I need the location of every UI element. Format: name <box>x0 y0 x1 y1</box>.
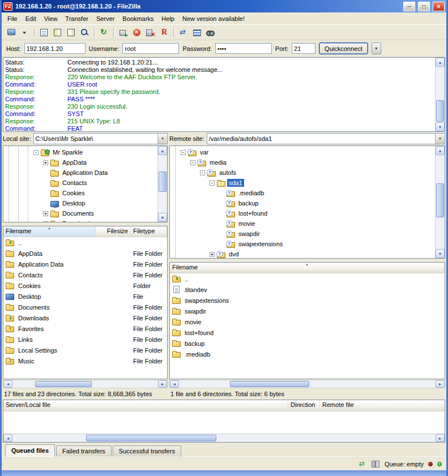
column-header-remote-file[interactable]: Remote file <box>320 400 445 411</box>
scrollbar-thumb[interactable] <box>159 171 167 192</box>
file-row[interactable]: swapextensions <box>170 295 445 306</box>
reconnect-button[interactable] <box>157 26 170 39</box>
site-manager-button[interactable] <box>5 26 18 39</box>
column-header-filesize[interactable]: Filesize <box>96 226 131 237</box>
refresh-button[interactable] <box>97 26 110 39</box>
directory-comparison-icon[interactable] <box>370 459 380 469</box>
speed-limits-icon[interactable] <box>359 459 368 469</box>
file-row[interactable]: .. <box>170 273 445 284</box>
maximize-button[interactable]: □ <box>418 2 430 11</box>
file-row[interactable]: ContactsFile Folder <box>3 269 167 280</box>
menu-item-bookmarks[interactable]: Bookmarks <box>118 14 157 24</box>
menu-item-transfer[interactable]: Transfer <box>61 14 92 24</box>
tree-item[interactable]: swapextensions <box>170 239 445 249</box>
scroll-up-icon[interactable]: ▲ <box>158 146 167 155</box>
port-input[interactable] <box>292 43 315 54</box>
local-tree-scrollbar[interactable]: ▲ ▼ <box>157 146 167 222</box>
tab-queued-files[interactable]: Queued files <box>5 444 55 457</box>
tree-expander-icon[interactable]: - <box>200 170 205 175</box>
sync-browsing-button[interactable] <box>190 26 203 39</box>
queue-horizontal-scrollbar[interactable]: ◄ ► <box>3 434 445 442</box>
quickconnect-dropdown-button[interactable]: ▼ <box>372 42 381 54</box>
tree-expander-icon[interactable]: - <box>33 150 39 155</box>
menu-item-view[interactable]: View <box>40 14 62 24</box>
menu-item-help[interactable]: Help <box>157 14 178 24</box>
local-site-combo[interactable]: C:\Users\Mr Sparkle\ ▼ <box>33 133 168 144</box>
file-row[interactable]: Application DataFile Folder <box>3 259 167 269</box>
toggle-queue-button[interactable] <box>78 26 91 39</box>
scroll-down-icon[interactable]: ▼ <box>436 122 445 131</box>
scrollbar-thumb[interactable] <box>86 435 216 441</box>
menu-item-edit[interactable]: Edit <box>22 14 40 24</box>
process-queue-button[interactable] <box>117 26 130 39</box>
scrollbar-track[interactable] <box>12 380 158 388</box>
username-input[interactable] <box>122 43 179 54</box>
log-scrollbar[interactable]: ▲ ▼ <box>435 58 445 131</box>
disconnect-button[interactable] <box>144 26 157 39</box>
title-bar[interactable]: FZ 192.168.1.20 - root@192.168.1.20 - Fi… <box>2 0 446 12</box>
toggle-message-log-button[interactable] <box>37 26 50 39</box>
file-row[interactable]: DocumentsFile Folder <box>3 302 167 312</box>
site-manager-dropdown[interactable] <box>18 26 31 39</box>
menu-item-new-version-available[interactable]: New version available! <box>178 14 249 24</box>
tree-expander-icon[interactable]: + <box>43 160 48 165</box>
password-input[interactable] <box>215 43 272 54</box>
remote-tree-scrollbar[interactable]: ▲ ▼ <box>435 146 445 258</box>
file-row[interactable]: backup <box>170 338 445 349</box>
column-header-filename[interactable]: Filename▲ <box>3 226 96 237</box>
file-row[interactable]: swapdir <box>170 306 445 316</box>
directory-comparison-button[interactable] <box>177 26 190 39</box>
host-input[interactable] <box>24 43 86 54</box>
scroll-left-icon[interactable]: ◄ <box>3 380 12 388</box>
combo-dropdown-button[interactable]: ▼ <box>157 134 167 144</box>
minimize-button[interactable]: ─ <box>403 2 415 11</box>
tree-item[interactable]: lost+found <box>170 208 445 218</box>
tree-expander-icon[interactable]: + <box>43 211 48 216</box>
scrollbar-track[interactable] <box>436 155 445 249</box>
combo-dropdown-button[interactable]: ▼ <box>435 134 445 144</box>
file-row[interactable]: AppDataFile Folder <box>3 248 167 259</box>
scrollbar-thumb[interactable] <box>436 183 444 217</box>
remote-horizontal-scrollbar[interactable]: ◄ ► <box>169 380 445 388</box>
tree-item[interactable]: -media <box>170 157 445 168</box>
tree-expander-icon[interactable]: + <box>43 221 48 223</box>
tree-item[interactable]: -sda1 <box>170 178 445 188</box>
tree-item[interactable]: .mediadb <box>170 188 445 198</box>
local-horizontal-scrollbar[interactable]: ◄ ► <box>3 380 168 388</box>
tree-expander-icon[interactable]: - <box>190 160 195 165</box>
scrollbar-track[interactable] <box>436 67 445 122</box>
tree-expander-icon[interactable]: - <box>181 150 186 155</box>
scrollbar-thumb[interactable] <box>230 381 309 387</box>
column-header-filetype[interactable]: Filetype <box>131 226 167 237</box>
scroll-right-icon[interactable]: ► <box>436 380 445 388</box>
file-row[interactable]: .. <box>3 237 167 248</box>
file-row[interactable]: .mediadb <box>170 349 445 359</box>
scroll-left-icon[interactable]: ◄ <box>3 434 12 442</box>
file-row[interactable]: CookiesFolder <box>3 280 167 291</box>
tree-expander-icon[interactable]: - <box>210 181 215 186</box>
scrollbar-track[interactable] <box>158 155 167 213</box>
file-row[interactable]: DownloadsFile Folder <box>3 312 167 323</box>
tab-failed-transfers[interactable]: Failed transfers <box>56 445 112 457</box>
toggle-remote-tree-button[interactable] <box>65 26 78 39</box>
remote-site-combo[interactable]: /var/media/autofs/sda1 ▼ <box>207 133 445 144</box>
file-row[interactable]: movie <box>170 316 445 327</box>
file-row[interactable]: lost+found <box>170 327 445 338</box>
tree-item[interactable]: -var <box>170 147 445 157</box>
tab-successful-transfers[interactable]: Successful transfers <box>113 445 181 457</box>
column-header-direction[interactable]: Direction <box>288 400 320 411</box>
close-button[interactable]: × <box>433 2 445 11</box>
file-row[interactable]: .titandev <box>170 284 445 295</box>
menu-item-file[interactable]: File <box>3 14 22 24</box>
file-row[interactable]: FavoritesFile Folder <box>3 323 167 334</box>
file-row[interactable]: MusicFile Folder <box>3 355 167 366</box>
quickconnect-button[interactable]: Quickconnect <box>319 42 368 54</box>
scroll-up-icon[interactable]: ▲ <box>436 58 445 67</box>
file-row[interactable]: LinksFile Folder <box>3 334 167 345</box>
scrollbar-thumb[interactable] <box>35 381 92 387</box>
file-row[interactable]: Local SettingsFile Folder <box>3 345 167 355</box>
toggle-local-tree-button[interactable] <box>51 26 64 39</box>
scroll-up-icon[interactable]: ▲ <box>436 146 445 155</box>
tree-expander-icon[interactable]: + <box>210 252 215 257</box>
scrollbar-track[interactable] <box>12 434 436 442</box>
